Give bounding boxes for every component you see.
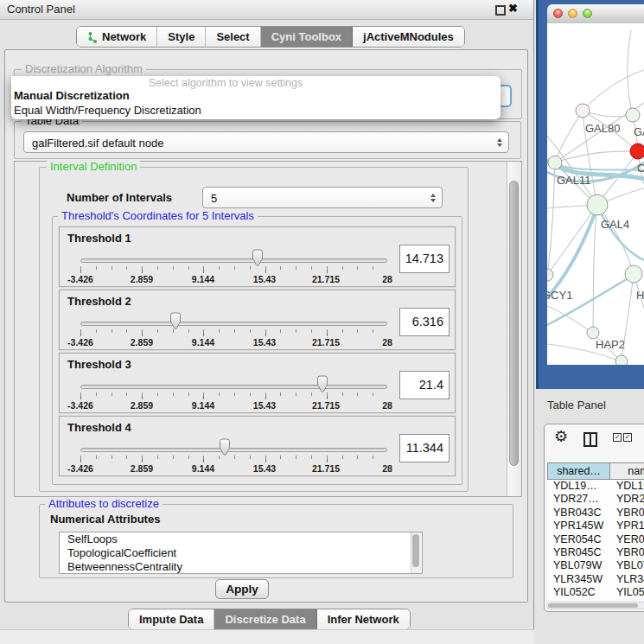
table-row[interactable]: YPR145WYPR145W [547,520,644,532]
network-view-canvas[interactable]: GAL80GACGAL11GAL4GCY1HHAP2 [547,23,644,365]
tab-jactivemnodules[interactable]: jActiveMNodules [353,27,464,47]
network-edge[interactable] [547,163,555,275]
network-node[interactable] [587,327,599,339]
slider-thumb[interactable] [169,312,182,330]
threshold-value-box[interactable]: 21.4 [399,371,450,399]
split-columns-icon[interactable] [583,432,597,447]
slider-track[interactable] [80,448,387,452]
network-edge[interactable] [555,151,638,163]
network-edge[interactable] [547,306,593,333]
table-cell[interactable]: YDR27… [547,493,610,506]
number-of-intervals-label: Number of Intervals [67,191,172,204]
threshold-value-box[interactable]: 14.713 [399,245,450,273]
threshold-value-box[interactable]: 6.316 [399,308,450,336]
threshold-stack: Threshold 1-3.4262.8599.14415.4321.71528… [59,226,456,476]
table-cell[interactable]: YIL052C [610,586,644,599]
table-cell[interactable]: YBR043C [610,507,644,520]
network-node[interactable] [548,156,562,169]
table-row[interactable]: YDR27…YDR27… [547,493,644,506]
slider-track[interactable] [80,258,387,263]
attribute-list-item[interactable]: SelfLoops [60,532,422,546]
table-cell[interactable]: YER054C [610,533,644,546]
table-cell[interactable]: YBL079W [610,559,644,572]
table-cell[interactable]: YBR045C [547,546,610,559]
table-cell[interactable]: YPR145W [547,520,610,532]
network-node[interactable] [576,104,590,118]
slider-track[interactable] [80,385,387,389]
table-row[interactable]: YBR043CYBR043C [547,507,644,520]
tab-cyni-toolbox[interactable]: Cyni Toolbox [261,27,353,47]
network-node[interactable] [547,269,553,281]
threshold-slider[interactable]: -3.4262.8599.14415.4321.71528 [80,417,387,477]
table-row[interactable]: YBL079WYBL079W [547,559,644,572]
table-cell[interactable]: YDR27… [610,493,644,506]
tab-select[interactable]: Select [206,27,260,47]
network-node[interactable] [587,194,608,215]
dropdown-placeholder-item[interactable]: Select algorithm to view settings [11,77,501,90]
numerical-attributes-list[interactable]: SelfLoopsTopologicalCoefficientBetweenne… [59,532,423,574]
table-row[interactable]: YBR045CYBR045C [547,546,644,559]
table-row[interactable]: YLR345WYLR345W [547,573,644,586]
network-node[interactable] [626,108,640,122]
settings-gear-icon[interactable]: ⚙ [554,429,568,444]
mac-minimize-button[interactable] [568,9,577,18]
horizontal-scrollbar[interactable] [546,602,644,609]
vertical-scrollbar[interactable] [507,162,521,496]
attribute-list-item[interactable]: BetweennessCentrality [60,560,422,574]
tick-label: 9.144 [192,463,214,474]
slider-thumb[interactable] [316,375,329,393]
table-cell[interactable]: YPR145W [610,520,644,532]
column-header-shared-name[interactable]: shared… [547,462,610,480]
table-cell[interactable]: YDL19… [547,480,610,493]
table-row[interactable]: YER054CYER054C [547,533,644,546]
slider-thumb[interactable] [218,438,232,456]
table-cell[interactable]: YDL19… [610,480,644,493]
dropdown-item-manual-discretization[interactable]: Manual Discretization [14,89,130,103]
network-edge-thick[interactable] [547,207,597,297]
tab-impute-data[interactable]: Impute Data [129,609,214,629]
table-cell[interactable]: YER054C [547,533,610,546]
tab-discretize-data[interactable]: Discretize Data [214,609,316,629]
table-cell[interactable]: YBR045C [610,546,644,559]
network-edge[interactable] [593,205,597,333]
table-cell[interactable]: YLR345W [547,573,610,586]
network-edge[interactable] [555,111,583,163]
table-cell[interactable]: YIL052C [547,586,610,599]
list-vertical-scrollbar[interactable] [411,532,422,573]
scrollbar-thumb[interactable] [548,603,638,608]
dropdown-item-equal-width-frequency[interactable]: Equal Width/Frequency Discretization [14,104,201,118]
threshold-slider[interactable]: -3.4262.8599.14415.4321.71528 [80,354,387,414]
network-edge[interactable] [628,30,633,115]
tab-network[interactable]: Network [77,27,157,47]
network-node[interactable] [630,143,644,159]
scrollbar-thumb[interactable] [412,534,419,567]
number-of-intervals-combobox[interactable]: 5 [202,187,443,208]
threshold-slider[interactable]: -3.4262.8599.14415.4321.71528 [80,227,387,288]
column-header-name[interactable]: name [610,462,644,480]
tab-infer-network[interactable]: Infer Network [317,609,410,629]
network-node[interactable] [625,265,642,283]
network-node[interactable] [615,355,628,365]
threshold-value-box[interactable]: 11.344 [399,434,450,462]
mac-close-button[interactable] [553,9,563,18]
table-row[interactable]: YDL19…YDL19… [547,480,644,493]
network-edge[interactable] [583,111,633,117]
tab-style[interactable]: Style [157,27,206,47]
table-data-combobox[interactable]: galFiltered.sif default node [23,131,509,153]
slider-track[interactable] [80,322,387,326]
close-icon[interactable]: ✖ [508,2,518,15]
float-window-icon[interactable] [495,5,506,16]
threshold-slider[interactable]: -3.4262.8599.14415.4321.71528 [80,290,387,351]
checkbox-icon: ✓ [623,433,632,442]
table-row[interactable]: YIL052CYIL052C [547,586,644,599]
apply-button[interactable]: Apply [215,579,269,599]
table-cell[interactable]: YBL079W [547,559,610,572]
slider-thumb[interactable] [251,249,265,267]
scrollbar-thumb[interactable] [509,181,519,466]
select-columns-icons[interactable]: ✓ ✓ [613,433,632,442]
attribute-list-item[interactable]: TopologicalCoefficient [60,546,422,560]
table-cell[interactable]: YLR345W [610,573,644,586]
table-cell[interactable]: YBR043C [547,507,610,520]
network-edge[interactable] [583,70,644,111]
mac-zoom-button[interactable] [583,9,592,18]
